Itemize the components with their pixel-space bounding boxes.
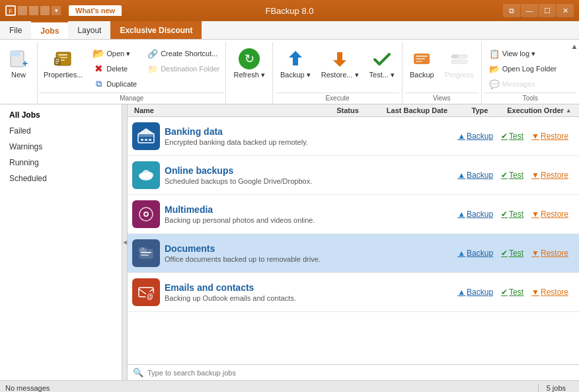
restore-button[interactable]: Restore... ▾ xyxy=(317,45,364,83)
backup-arrow-icon-4: ▲ xyxy=(457,249,465,258)
test-action-banking[interactable]: ✔ Test xyxy=(498,130,526,142)
restore-arrow-icon-5: ▼ xyxy=(531,288,539,297)
job-actions-emails: ▲ Backup ✔ Test ▼ Restore xyxy=(427,286,579,298)
title-bar-left: F ▾ What's new xyxy=(5,5,122,16)
toolbar-icon-3[interactable] xyxy=(40,6,50,15)
ribbon-collapse-btn[interactable]: ▲ xyxy=(570,40,579,104)
toolbar-icon-2[interactable] xyxy=(29,6,38,15)
job-desc-banking: Encrypted banking data backed up remotel… xyxy=(165,138,422,146)
menu-jobs[interactable]: Jobs xyxy=(31,21,68,39)
backup-button[interactable]: Backup ▾ xyxy=(276,45,315,83)
job-desc-online: Scheduled backups to Google Drive/Dropbo… xyxy=(165,177,422,185)
status-bar: No messages 5 jobs xyxy=(0,380,579,392)
shortcut-button[interactable]: 🔗 Create Shortcut... xyxy=(143,46,224,61)
job-title-emails: Emails and contacts xyxy=(165,282,422,293)
restore-action-documents[interactable]: ▼ Restore xyxy=(529,247,571,259)
svg-rect-28 xyxy=(149,139,151,141)
svg-rect-27 xyxy=(145,139,147,141)
ribbon: + New - xyxy=(0,40,579,104)
app-icon: F xyxy=(5,5,16,16)
minimize-btn[interactable]: — xyxy=(521,4,538,17)
new-button[interactable]: + New xyxy=(3,45,34,82)
ribbon-tools-label: Tools xyxy=(484,93,576,104)
test-action-online[interactable]: ✔ Test xyxy=(498,169,526,181)
toolbar-icon-1[interactable] xyxy=(18,6,27,15)
sidebar-item-running[interactable]: Running xyxy=(0,155,122,171)
sidebar-item-failed[interactable]: Failed xyxy=(0,123,122,139)
job-row-documents[interactable]: Documents Office documents backed up to … xyxy=(128,234,579,273)
backup-arrow-icon-5: ▲ xyxy=(457,288,465,297)
list-header: Name Status Last Backup Date Type Execut… xyxy=(128,104,579,117)
open-icon: 📂 xyxy=(93,48,104,59)
viewlog-icon: 📋 xyxy=(489,48,500,59)
messages-button[interactable]: 💬 Messages xyxy=(484,77,562,91)
open-button[interactable]: 📂 Open ▾ xyxy=(89,46,141,61)
job-row-online[interactable]: Online backups Scheduled backups to Goog… xyxy=(128,156,579,195)
ribbon-tools-group: 📋 View log ▾ 📂 Open Log Folder 💬 Message… xyxy=(482,42,579,104)
logfolder-button[interactable]: 📂 Open Log Folder xyxy=(484,61,562,76)
svg-rect-26 xyxy=(141,139,143,141)
test-button[interactable]: Test... ▾ xyxy=(365,45,399,83)
properties-icon xyxy=(53,48,74,69)
backup-action-documents[interactable]: ▲ Backup xyxy=(455,247,496,259)
header-exec[interactable]: Execution Order ▲ xyxy=(500,106,579,114)
backup-action-multimedia[interactable]: ▲ Backup xyxy=(455,208,496,220)
job-title-documents: Documents xyxy=(165,243,422,254)
progress-button[interactable]: Progress xyxy=(440,45,479,82)
destfolder-button[interactable]: 📁 Destination Folder xyxy=(143,61,224,76)
emails-icon: @ xyxy=(132,278,160,306)
backup-action-emails[interactable]: ▲ Backup xyxy=(455,286,496,298)
svg-rect-12 xyxy=(56,63,58,64)
menu-file[interactable]: File xyxy=(0,21,31,39)
job-title-online: Online backups xyxy=(165,165,422,176)
sidebar-item-scheduled[interactable]: Scheduled xyxy=(0,171,122,186)
menu-exclusive[interactable]: Exclusive Discount xyxy=(110,21,202,39)
restore-action-multimedia[interactable]: ▼ Restore xyxy=(529,208,571,220)
job-actions-multimedia: ▲ Backup ✔ Test ▼ Restore xyxy=(427,208,579,220)
whats-new-tab[interactable]: What's new xyxy=(69,5,122,16)
refresh-button[interactable]: ↻ Refresh ▾ xyxy=(229,45,270,83)
maximize-btn[interactable]: ☐ xyxy=(539,4,556,17)
backup2-button[interactable]: Backup xyxy=(405,45,439,82)
svg-rect-17 xyxy=(416,56,428,57)
toolbar-dropdown[interactable]: ▾ xyxy=(52,6,61,15)
ribbon-views-group: Backup Progress Views xyxy=(403,42,482,104)
restore-action-banking[interactable]: ▼ Restore xyxy=(529,130,571,142)
menu-layout[interactable]: Layout xyxy=(68,21,110,39)
test-action-multimedia[interactable]: ✔ Test xyxy=(498,208,526,220)
restore-btn-win[interactable]: ⧉ xyxy=(503,4,520,17)
test-action-documents[interactable]: ✔ Test xyxy=(498,247,526,259)
restore-arrow-icon: ▼ xyxy=(531,132,539,141)
sidebar-item-all-jobs[interactable]: All Jobs xyxy=(0,107,122,123)
svg-rect-11 xyxy=(56,61,59,62)
job-row-emails[interactable]: @ Emails and contacts Backing up Outlook… xyxy=(128,273,579,312)
job-info-online: Online backups Scheduled backups to Goog… xyxy=(165,165,427,185)
restore-icon xyxy=(329,48,350,69)
job-row-multimedia[interactable]: Multimedia Backing up personal photos an… xyxy=(128,195,579,234)
job-icon-documents xyxy=(128,239,165,267)
job-info-documents: Documents Office documents backed up to … xyxy=(165,243,427,263)
sidebar-collapse-handle[interactable]: ◀ xyxy=(122,104,128,380)
properties-button[interactable]: Properties... xyxy=(39,45,87,82)
close-btn[interactable]: ✕ xyxy=(557,4,574,17)
delete-icon: ✖ xyxy=(93,63,104,74)
delete-button[interactable]: ✖ Delete xyxy=(89,61,141,76)
job-info-multimedia: Multimedia Backing up personal photos an… xyxy=(165,204,427,224)
search-input[interactable] xyxy=(147,369,574,377)
sidebar-item-warnings[interactable]: Warnings xyxy=(0,139,122,155)
job-desc-emails: Backing up Outlook emails and contacts. xyxy=(165,294,422,302)
backup-action-online[interactable]: ▲ Backup xyxy=(455,169,496,181)
backup-icon xyxy=(285,48,306,69)
svg-rect-21 xyxy=(451,55,458,58)
app-title: FBackup 8.0 xyxy=(266,6,314,16)
test-action-emails[interactable]: ✔ Test xyxy=(498,286,526,298)
restore-action-emails[interactable]: ▼ Restore xyxy=(529,286,571,298)
duplicate-button[interactable]: ⧉ Duplicate xyxy=(89,77,141,91)
viewlog-button[interactable]: 📋 View log ▾ xyxy=(484,46,562,61)
restore-action-online[interactable]: ▼ Restore xyxy=(529,169,571,181)
svg-rect-18 xyxy=(416,58,425,59)
job-row-banking[interactable]: Banking data Encrypted banking data back… xyxy=(128,117,579,156)
svg-marker-13 xyxy=(289,51,302,65)
backup-action-banking[interactable]: ▲ Backup xyxy=(455,130,496,142)
shortcut-icon: 🔗 xyxy=(147,48,158,59)
